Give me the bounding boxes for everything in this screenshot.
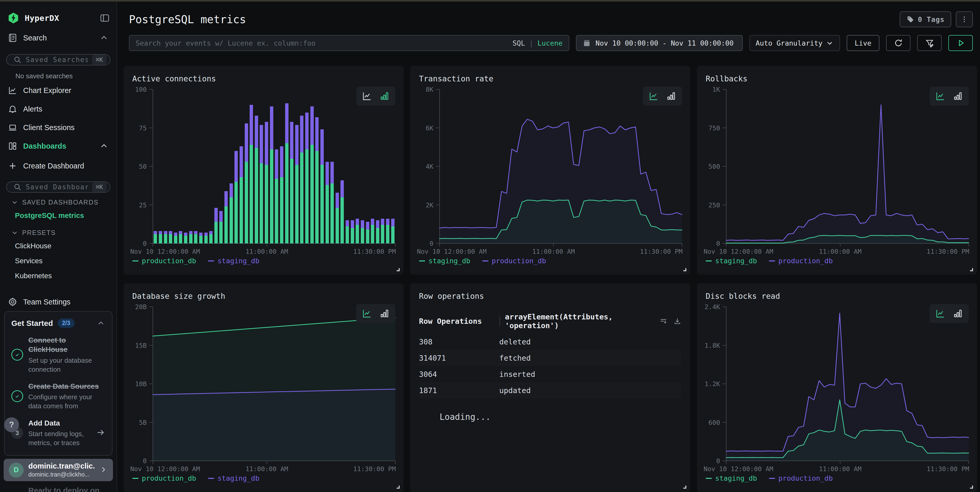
resize-handle[interactable] [683,486,686,489]
run-query-button[interactable] [948,35,973,51]
step-desc: Set up your database connection [28,356,105,374]
panel-active-connections: Active connections 0255075100Nov 10 12:0… [124,66,404,275]
shortcut-badge: ⌘K [92,182,107,192]
granularity-select[interactable]: Auto Granularity [749,35,840,51]
chart-type-toggle[interactable] [643,86,682,105]
sidebar: HyperDX Search ⌘K No saved searches Char… [0,2,117,492]
legend-item[interactable]: production_db [769,474,833,482]
chart-type-toggle[interactable] [356,304,395,323]
table-row[interactable]: 3064inserted [419,366,681,382]
help-button[interactable]: ? [4,417,19,432]
svg-text:11:00:00 AM: 11:00:00 AM [245,465,288,473]
download-icon[interactable] [673,317,681,325]
create-dashboard-button[interactable]: Create Dashboard [0,155,116,175]
table-row[interactable]: 1871updated [419,382,681,398]
filter-edit-icon [925,38,934,48]
legend-item[interactable]: staging_db [419,257,471,265]
column-header-row-operations[interactable]: Row Operations [419,317,499,326]
sidebar-item-kubernetes[interactable]: Kubernetes [0,268,116,283]
sidebar-section-search[interactable]: Search [0,24,116,48]
sort-icon[interactable] [659,317,668,325]
get-started-step-connect[interactable]: Connect to ClickHouse Set up your databa… [11,335,105,374]
legend-item[interactable]: production_db [132,474,196,482]
svg-text:11:00:00 AM: 11:00:00 AM [819,248,862,255]
search-icon [13,183,22,191]
lucene-mode-toggle[interactable]: Lucene [537,39,563,47]
legend-item[interactable]: staging_db [706,474,757,482]
live-button[interactable]: Live [847,35,880,51]
legend-label: production_db [142,257,196,265]
cell-count: 314071 [419,354,499,363]
resize-handle[interactable] [396,486,400,489]
line-chart-icon[interactable] [361,91,373,102]
sidebar-item-services[interactable]: Services [0,254,116,268]
legend-item[interactable]: staging_db [208,474,259,482]
get-started-progress-badge: 2/3 [58,318,75,328]
line-chart-icon[interactable] [935,308,946,319]
get-started-step-add-data[interactable]: 3 Add Data Start sending logs, metrics, … [11,419,105,448]
search-input[interactable] [135,39,507,47]
sidebar-item-clickhouse[interactable]: ClickHouse [0,238,116,254]
chart-type-toggle[interactable] [929,86,969,105]
saved-dashboards-group-header[interactable]: SAVED DASHBOARDS [0,193,116,208]
saved-dashboards-input[interactable] [26,183,88,191]
tags-button[interactable]: 0 Tags [900,11,951,27]
legend-item[interactable]: production_db [132,257,196,265]
legend-item[interactable]: staging_db [208,257,259,265]
gear-icon [8,297,18,307]
svg-text:10B: 10B [135,380,147,388]
sidebar-item-alerts[interactable]: Alerts [0,100,116,118]
filter-button[interactable] [917,35,942,51]
line-chart-icon[interactable] [648,91,659,102]
sidebar-item-dashboards[interactable]: Dashboards [0,137,116,155]
presets-group-header[interactable]: PRESETS [0,223,116,238]
resize-handle[interactable] [396,268,400,271]
cell-operation: updated [499,386,531,395]
legend-item[interactable]: staging_db [706,257,757,265]
chart-canvas: 02505007501KNov 10 12:00:00 AM11:00:00 A… [703,86,970,256]
sidebar-item-chart-explorer[interactable]: Chart Explorer [0,81,116,100]
bar-chart-icon[interactable] [665,91,677,102]
chevron-down-icon [11,229,19,236]
saved-dashboards-search[interactable]: ⌘K [6,181,110,193]
chart-type-toggle[interactable] [356,86,395,105]
bar-chart-icon[interactable] [379,91,390,102]
bar-chart-icon[interactable] [379,308,390,319]
chart-legend: staging_dbproduction_db [706,257,970,265]
search-icon [13,56,22,64]
resize-handle[interactable] [970,486,973,489]
user-menu[interactable]: D dominic.tran@clic... dominic.tran@clic… [3,459,113,481]
chart-explorer-label: Chart Explorer [23,86,71,95]
sidebar-collapse-icon[interactable] [100,13,110,23]
column-resize-handle[interactable] [499,317,500,326]
sidebar-item-team-settings[interactable]: Team Settings [0,292,116,311]
line-chart-icon[interactable] [935,91,946,102]
chart-type-toggle[interactable] [929,304,969,323]
table-row[interactable]: 314071fetched [419,350,681,366]
column-header-operation[interactable]: arrayElement(Attributes, 'operation') [505,313,659,330]
sidebar-item-client-sessions[interactable]: Client Sessions [0,118,116,137]
sidebar-item-postgresql-metrics[interactable]: PostgreSQL metrics [0,208,116,223]
legend-item[interactable]: production_db [769,257,833,265]
resize-handle[interactable] [970,268,973,271]
resize-handle[interactable] [683,268,686,271]
sql-mode-toggle[interactable]: SQL [512,39,525,47]
table-row[interactable]: 308deleted [419,334,681,350]
line-chart-icon[interactable] [361,308,373,319]
bar-chart-icon[interactable] [952,91,964,102]
saved-searches-search[interactable]: ⌘K [6,54,110,65]
legend-label: production_db [492,257,546,265]
chart-canvas: 0255075100Nov 10 12:00:00 AM11:00:00 AM1… [130,86,396,256]
no-saved-searches-label: No saved searches [0,65,116,81]
get-started-header[interactable]: Get Started 2/3 [11,318,105,328]
get-started-step-sources[interactable]: Create Data Sources Configure where your… [11,382,105,411]
date-range-picker[interactable]: Nov 10 00:00:00 - Nov 11 00:00:00 [576,35,743,51]
chart-legend: staging_dbproduction_db [706,474,970,482]
dashboard-menu-button[interactable] [956,11,973,27]
svg-text:6K: 6K [426,125,433,132]
refresh-button[interactable] [886,35,910,51]
legend-item[interactable]: production_db [482,257,546,265]
bar-chart-icon[interactable] [952,308,964,319]
chart: 02505007501KNov 10 12:00:00 AM11:00:00 A… [703,86,970,256]
saved-searches-input[interactable] [26,56,88,64]
